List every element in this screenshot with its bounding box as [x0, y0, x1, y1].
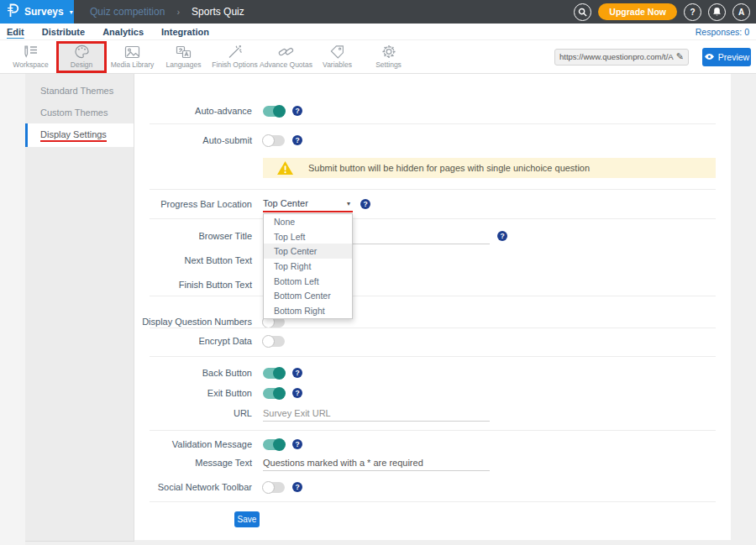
- survey-nav: Edit Distribute Analytics Integration Re…: [0, 24, 756, 40]
- tab-integration[interactable]: Integration: [161, 27, 209, 37]
- toggle-knob: [273, 367, 286, 380]
- exit-button-toggle[interactable]: [263, 388, 285, 399]
- finish-options-wand-icon: [228, 45, 243, 59]
- toolbar-item-label: Design: [71, 60, 92, 69]
- section-divider: [150, 356, 716, 357]
- section-divider: [150, 328, 716, 328]
- menu-option-none[interactable]: None: [264, 214, 352, 229]
- top-header: Surveys ▾ Quiz competition › Sports Quiz…: [0, 0, 756, 24]
- section-divider: [150, 218, 716, 219]
- toggle-knob: [273, 105, 286, 118]
- back-button-row: Back Button ?: [134, 364, 302, 381]
- menu-option-top-left[interactable]: Top Left: [264, 229, 352, 244]
- toolbar-item-settings[interactable]: Settings: [363, 41, 414, 73]
- toolbar-item-finish-options[interactable]: Finish Options: [209, 41, 260, 73]
- edit-pencil-icon[interactable]: ✎: [676, 51, 684, 62]
- languages-icon: [176, 45, 192, 59]
- browser-title-help-icon[interactable]: ?: [497, 231, 507, 241]
- encrypt-data-label: Encrypt Data: [134, 336, 263, 346]
- social-network-toolbar-row: Social Network Toolbar ?: [134, 479, 302, 495]
- menu-option-top-center[interactable]: Top Center: [264, 244, 352, 259]
- next-button-text-label: Next Button Text: [134, 255, 263, 265]
- questionpro-logo-icon: [7, 3, 19, 21]
- survey-url-input[interactable]: [559, 52, 674, 61]
- exit-button-row: Exit Button ?: [134, 385, 302, 401]
- sidebar-item-display-settings[interactable]: Display Settings: [25, 123, 134, 147]
- breadcrumb-folder[interactable]: Quiz competition: [90, 6, 165, 18]
- brand-name: Surveys: [24, 6, 64, 18]
- variables-tag-icon: [330, 45, 345, 59]
- preview-button[interactable]: Preview: [702, 48, 751, 66]
- progress-bar-help-icon[interactable]: ?: [360, 199, 370, 209]
- browser-title-label: Browser Title: [134, 231, 263, 241]
- social-network-toolbar-help-icon[interactable]: ?: [292, 482, 302, 492]
- menu-option-bottom-center[interactable]: Bottom Center: [264, 288, 352, 303]
- right-gutter: [731, 74, 756, 545]
- eye-icon: [704, 53, 715, 60]
- validation-message-label: Validation Message: [134, 439, 263, 449]
- auto-advance-toggle[interactable]: [263, 106, 285, 117]
- validation-message-help-icon[interactable]: ?: [292, 439, 302, 449]
- progress-bar-location-select[interactable]: Top Center ▾: [263, 196, 353, 212]
- toolbar-item-workspace[interactable]: Workspace: [5, 41, 56, 73]
- menu-option-bottom-right[interactable]: Bottom Right: [264, 303, 352, 318]
- social-network-toolbar-toggle[interactable]: [263, 482, 285, 493]
- tab-analytics[interactable]: Analytics: [102, 27, 144, 37]
- encrypt-data-row: Encrypt Data: [134, 333, 292, 349]
- toolbar-item-variables[interactable]: Variables: [312, 41, 363, 73]
- advance-quotas-chain-icon: [278, 45, 294, 59]
- selected-option: Top Center: [263, 198, 308, 208]
- toolbar-item-media-library[interactable]: Media Library: [107, 41, 158, 73]
- validation-message-row: Validation Message ?: [134, 436, 302, 453]
- exit-url-label: URL: [134, 408, 263, 418]
- settings-gear-icon: [381, 45, 396, 59]
- tab-edit[interactable]: Edit: [7, 27, 24, 37]
- toolbar-item-design[interactable]: Design: [59, 44, 104, 71]
- save-button[interactable]: Save: [234, 511, 260, 527]
- auto-submit-help-icon[interactable]: ?: [292, 135, 302, 145]
- toggle-knob: [262, 335, 275, 348]
- back-button-help-icon[interactable]: ?: [292, 368, 302, 378]
- workspace-icon: [23, 45, 39, 59]
- warning-triangle-icon: [276, 160, 294, 176]
- help-button[interactable]: ?: [684, 3, 701, 21]
- exit-button-help-icon[interactable]: ?: [292, 388, 302, 398]
- toolbar-item-label: Variables: [323, 60, 352, 69]
- upgrade-now-button[interactable]: Upgrade Now: [598, 3, 677, 20]
- edit-toolbar: Workspace Design Media Library Langu: [0, 40, 756, 74]
- design-sidebar: Standard Themes Custom Themes Display Se…: [25, 74, 134, 542]
- menu-option-top-right[interactable]: Top Right: [264, 259, 352, 274]
- toolbar-item-advance-quotas[interactable]: Advance Quotas: [260, 41, 312, 73]
- search-icon: [578, 8, 587, 17]
- toolbar-item-label: Languages: [165, 60, 201, 69]
- sidebar-item-custom-themes[interactable]: Custom Themes: [25, 102, 134, 123]
- encrypt-data-toggle[interactable]: [263, 336, 285, 347]
- design-annotation-box: Design: [56, 41, 107, 73]
- auto-advance-help-icon[interactable]: ?: [292, 106, 302, 116]
- exit-button-label: Exit Button: [134, 388, 263, 398]
- auto-submit-warning: Submit button will be hidden for pages w…: [263, 158, 716, 178]
- toolbar-item-languages[interactable]: Languages: [158, 41, 209, 73]
- menu-option-bottom-left[interactable]: Bottom Left: [264, 274, 352, 289]
- back-button-toggle[interactable]: [263, 368, 285, 379]
- left-gutter: [0, 74, 25, 545]
- warning-text: Submit button will be hidden for pages w…: [308, 163, 590, 173]
- tab-distribute[interactable]: Distribute: [42, 27, 85, 37]
- brand-menu[interactable]: Surveys ▾: [0, 0, 74, 24]
- toolbar-item-label: Finish Options: [212, 60, 257, 69]
- exit-url-input[interactable]: [263, 406, 490, 422]
- notifications-button[interactable]: [708, 3, 726, 21]
- validation-message-toggle[interactable]: [263, 439, 285, 450]
- breadcrumb-survey-title: Sports Quiz: [192, 6, 244, 18]
- responses-count[interactable]: Responses: 0: [696, 27, 749, 37]
- display-question-numbers-label: Display Question Numbers: [134, 317, 263, 327]
- auto-submit-label: Auto-submit: [134, 135, 263, 145]
- auto-submit-toggle[interactable]: [263, 135, 285, 146]
- message-text-label: Message Text: [134, 458, 263, 468]
- sidebar-item-standard-themes[interactable]: Standard Themes: [25, 80, 134, 102]
- message-text-input[interactable]: [263, 455, 490, 471]
- social-network-toolbar-label: Social Network Toolbar: [134, 482, 263, 492]
- section-divider: [150, 123, 716, 124]
- search-button[interactable]: [574, 3, 591, 21]
- avatar[interactable]: A: [732, 3, 750, 21]
